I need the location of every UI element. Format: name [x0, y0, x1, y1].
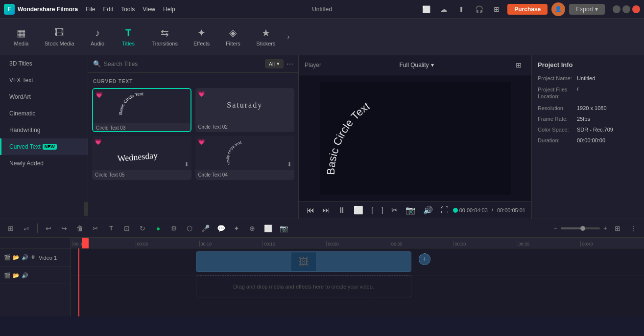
skip-back-button[interactable]: ⏮	[305, 205, 316, 216]
undo-button[interactable]: ↩	[42, 222, 55, 235]
redo-button[interactable]: ↪	[57, 222, 71, 235]
filter-dropdown[interactable]: All ▾	[265, 59, 284, 68]
monitor-icon[interactable]: ⬜	[419, 2, 433, 16]
maximize-button[interactable]: ❐	[622, 5, 630, 13]
title-card-label: Circle Text 05	[92, 170, 191, 179]
upload-icon[interactable]: ⬆	[454, 2, 468, 16]
media-icon: ▦	[17, 27, 26, 39]
title-card-circle-text-04[interactable]: 💗 smile circle text ⬇ Circle Text 04	[195, 136, 295, 180]
shield-button[interactable]: ⬡	[183, 222, 196, 235]
zoom-out-button[interactable]: －	[552, 224, 559, 233]
settings-button[interactable]: ⚙	[167, 222, 181, 235]
menu-view[interactable]: View	[143, 6, 155, 13]
export-chevron-icon: ▾	[595, 6, 598, 13]
title-card-circle-text-02[interactable]: 💗 Saturady Circle Text 02	[195, 88, 295, 132]
delete-button[interactable]: 🗑	[73, 222, 87, 235]
sidebar-item-vfx-text[interactable]: VFX Text	[0, 72, 88, 89]
ruler-mark-2: 00:05	[136, 241, 199, 246]
project-info-panel: Project Info Project Name: Untitled Proj…	[531, 55, 644, 219]
snapshot-button[interactable]: 📷	[404, 204, 417, 216]
trim-button[interactable]: ✂	[389, 204, 400, 216]
sparkle-button[interactable]: ✦	[230, 222, 243, 235]
menu-file[interactable]: File	[86, 6, 95, 13]
progress-bar[interactable]	[454, 209, 455, 211]
split-view-button[interactable]: ⊞	[4, 222, 18, 235]
volume-button[interactable]: 🔊	[421, 204, 435, 216]
toolbar-effects[interactable]: ✦ Effects	[188, 25, 215, 48]
track-audio-icon: 🎬	[4, 272, 11, 279]
ruler-mark-3: 00:10	[199, 241, 263, 246]
title-card-preview: 💗 Basic Circle Text	[93, 89, 191, 123]
layout-more-button[interactable]: ⋮	[626, 222, 640, 235]
sidebar-item-newly-added[interactable]: Newly Added	[0, 155, 88, 172]
toolbar-transitions[interactable]: ⇆ Transitions	[146, 25, 184, 48]
drop-zone: Drag and drop media and effects here to …	[196, 275, 411, 297]
camera-button[interactable]: 📷	[277, 222, 290, 235]
fullscreen-button[interactable]: ⛶	[439, 205, 451, 216]
project-location-row: Project FilesLocation: /	[538, 86, 638, 100]
play-pause-button[interactable]: ⏸	[336, 205, 348, 216]
track-folder-icon: 📂	[13, 254, 20, 261]
sidebar-item-3d-titles[interactable]: 3D Titles	[0, 55, 88, 72]
timeline-toolbar: ⊞ ⇌ ↩ ↪ 🗑 ✂ T ⊡ ↻ ● ⚙ ⬡ 🎤 💬 ✦ ⊕ ⬜ 📷 － ＋ …	[0, 219, 644, 238]
video-clip[interactable]: 🖼	[196, 251, 411, 272]
layout-grid-button[interactable]: ⊞	[611, 222, 624, 235]
new-badge: NEW	[43, 144, 57, 150]
ruler-mark-8: 00:35	[517, 241, 580, 246]
toolbar-stickers[interactable]: ★ Stickers	[250, 25, 281, 48]
total-time: 00:00:05:01	[497, 207, 525, 213]
title-card-circle-text-03[interactable]: 💗 Basic Circle Text Circle Text 03	[92, 88, 191, 132]
cut-button[interactable]: ✂	[89, 222, 102, 235]
sidebar-item-curved-text[interactable]: Curved Text NEW	[0, 138, 88, 155]
mark-in-button[interactable]: [	[369, 205, 375, 216]
text-button[interactable]: T	[104, 222, 118, 235]
menu-tools[interactable]: Tools	[121, 6, 135, 13]
magnetic-button[interactable]: ⇌	[20, 222, 33, 235]
video-track: 🖼 +	[71, 248, 644, 275]
close-button[interactable]: ✕	[632, 5, 640, 13]
menu-help[interactable]: Help	[163, 6, 175, 13]
badge-button[interactable]: ⊕	[245, 222, 259, 235]
toolbar-stock-media[interactable]: 🎞 Stock Media	[39, 25, 80, 48]
sidebar-item-handwriting[interactable]: Handwriting	[0, 122, 88, 138]
add-clip-button[interactable]: +	[419, 253, 430, 265]
minimize-button[interactable]: —	[613, 5, 620, 13]
more-options-icon[interactable]: ⋯	[286, 60, 293, 68]
project-location-label: Project FilesLocation:	[538, 86, 577, 100]
toolbar-more-icon[interactable]: ›	[287, 33, 289, 41]
caption-button[interactable]: 💬	[214, 222, 228, 235]
toolbar-titles[interactable]: T Titles	[115, 25, 142, 48]
mark-out-button[interactable]: ]	[379, 205, 385, 216]
rotate-button[interactable]: ↻	[136, 222, 149, 235]
zoom-in-button[interactable]: ＋	[602, 224, 609, 233]
step-back-button[interactable]: ⏭	[320, 205, 332, 216]
export-button[interactable]: Export ▾	[569, 4, 605, 15]
track-audio-folder-icon: 📂	[13, 272, 20, 279]
toolbar-filters[interactable]: ◈ Filters	[219, 25, 246, 48]
headphone-icon[interactable]: 🎧	[472, 2, 486, 16]
title-card-circle-text-05[interactable]: 💗 Wednesday ⬇ Circle Text 05	[92, 136, 191, 180]
track-audio-icons: 🎬 📂 🔊	[4, 272, 28, 279]
cloud-icon[interactable]: ☁	[437, 2, 451, 16]
panel-collapse-button[interactable]: ‹	[84, 202, 88, 216]
quality-select[interactable]: Full Quality ▾	[399, 62, 433, 68]
layout-button[interactable]: ⬜	[352, 204, 365, 216]
avatar[interactable]: 👤	[551, 2, 565, 16]
mic-button[interactable]: 🎤	[198, 222, 212, 235]
crop-button[interactable]: ⊡	[120, 222, 134, 235]
frame-button[interactable]: ⬜	[261, 222, 275, 235]
toolbar-media[interactable]: ▦ Media	[8, 25, 35, 48]
grid-icon[interactable]: ⊞	[490, 2, 503, 16]
resolution-label: Resolution:	[538, 105, 577, 111]
search-input[interactable]	[104, 61, 262, 67]
purchase-button[interactable]: Purchase	[507, 4, 548, 15]
toolbar-audio[interactable]: ♪ Audio	[84, 25, 111, 48]
sidebar-item-wordart[interactable]: WordArt	[0, 89, 88, 105]
expand-icon[interactable]: ⊞	[512, 58, 525, 72]
sidebar-item-cinematic[interactable]: Cinematic	[0, 105, 88, 122]
project-name-value: Untitled	[577, 75, 595, 81]
colorspace-value: SDR - Rec.709	[577, 127, 613, 133]
zoom-slider[interactable]	[561, 227, 600, 229]
green-circle-button[interactable]: ●	[151, 222, 165, 235]
menu-edit[interactable]: Edit	[103, 6, 113, 13]
